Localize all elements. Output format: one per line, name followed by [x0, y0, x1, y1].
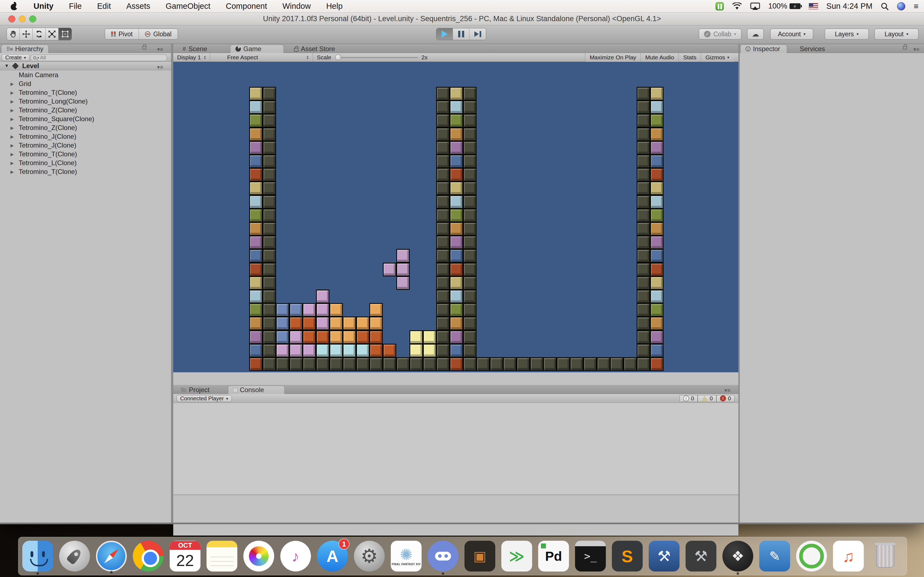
lock-icon[interactable] — [142, 46, 146, 50]
wifi-icon[interactable] — [732, 2, 742, 10]
hierarchy-search-input[interactable]: ▾ All — [30, 55, 167, 61]
stats-button[interactable]: Stats — [678, 53, 701, 62]
step-button[interactable] — [469, 28, 486, 40]
tab-project[interactable]: Project — [176, 385, 215, 394]
dock-icon-system-preferences[interactable]: ⚙ — [354, 541, 385, 572]
airplay-icon[interactable] — [750, 2, 760, 10]
expand-arrow-icon[interactable]: ▶ — [10, 169, 19, 174]
menu-gameobject[interactable]: GameObject — [166, 2, 210, 11]
console-log-list[interactable] — [173, 403, 738, 494]
lock-icon[interactable] — [903, 46, 907, 50]
hierarchy-item[interactable]: ▶Tetromino_L(Clone) — [0, 158, 171, 167]
layout-dropdown[interactable]: Layout▾ — [874, 29, 919, 40]
tab-inspector[interactable]: i Inspector — [740, 45, 787, 53]
zoom-window-button[interactable] — [29, 15, 36, 23]
error-count-toggle[interactable]: !0 — [716, 395, 735, 402]
move-tool-button[interactable] — [20, 28, 33, 40]
panel-splitter[interactable] — [738, 44, 740, 524]
hierarchy-item[interactable]: ▶Tetromino_Z(Clone) — [0, 106, 171, 114]
menu-help[interactable]: Help — [326, 2, 342, 11]
menu-component[interactable]: Component — [226, 2, 267, 11]
dock-icon-notes[interactable] — [207, 541, 237, 572]
expand-arrow-icon[interactable]: ▶ — [10, 90, 19, 95]
scene-row-level[interactable]: ▼ Level ▾≡ — [0, 62, 171, 70]
dock-icon-unity[interactable]: ❖ — [722, 541, 753, 572]
account-dropdown[interactable]: Account▾ — [770, 29, 813, 40]
dock-icon-photos[interactable] — [243, 541, 274, 572]
expand-arrow-icon[interactable]: ▶ — [10, 116, 19, 122]
dock-icon-green-ring-app[interactable] — [796, 541, 827, 572]
tab-hierarchy[interactable]: ⠿≡ Hierarchy — [1, 45, 48, 53]
dock-icon-puredata[interactable]: Pd — [538, 541, 569, 572]
siri-icon[interactable] — [897, 2, 905, 10]
dock-icon-xcode[interactable]: ⚒ — [649, 541, 680, 572]
expand-arrow-icon[interactable]: ▶ — [10, 125, 19, 131]
maximize-on-play-button[interactable]: Maximize On Play — [585, 53, 640, 62]
dock-icon-launchpad[interactable] — [59, 541, 90, 572]
menubar-app-icon[interactable] — [716, 2, 724, 10]
gizmos-dropdown[interactable]: Gizmos▾ — [701, 53, 734, 62]
hierarchy-item[interactable]: ▶Tetromino_T(Clone) — [0, 150, 171, 158]
dock-icon-sublime-text[interactable]: S — [612, 541, 643, 572]
menu-assets[interactable]: Assets — [126, 2, 150, 11]
expand-arrow-icon[interactable]: ▶ — [10, 81, 19, 87]
scale-slider-knob[interactable] — [335, 55, 341, 60]
hierarchy-item[interactable]: Main Camera — [0, 71, 171, 79]
battery-status[interactable]: 100% ⚡ — [768, 2, 801, 10]
menu-file[interactable]: File — [69, 2, 82, 11]
menubar-clock[interactable]: Sun 4:24 PM — [826, 2, 872, 11]
mute-audio-button[interactable]: Mute Audio — [640, 53, 678, 62]
play-button[interactable] — [436, 28, 453, 40]
scene-menu-icon[interactable]: ▾≡ — [157, 64, 163, 70]
dock-icon-terminal[interactable]: >_ — [575, 541, 606, 572]
pivot-toggle-button[interactable]: Pivot — [105, 29, 139, 39]
hierarchy-item[interactable]: ▶Tetromino_T(Clone) — [0, 167, 171, 176]
hierarchy-item[interactable]: ▶Tetromino_Long(Clone) — [0, 97, 171, 106]
create-button[interactable]: Create▾ — [2, 54, 30, 61]
layers-dropdown[interactable]: Layers▾ — [825, 29, 869, 40]
dock-icon-blue-app[interactable]: ✎ — [759, 541, 790, 572]
rect-tool-button[interactable] — [58, 28, 71, 40]
dock-icon-safari[interactable] — [96, 541, 127, 572]
dock-icon-calendar[interactable]: OCT22 — [170, 541, 200, 572]
panel-menu-icon[interactable]: ▾≡ — [913, 46, 919, 53]
hierarchy-item[interactable]: ▶Grid — [0, 79, 171, 88]
dock-icon-ffxiv[interactable]: ✺FINAL FANTASY XIV — [391, 541, 422, 572]
warning-count-toggle[interactable]: 0 — [698, 395, 716, 402]
tab-game[interactable]: Game — [230, 45, 284, 53]
panel-splitter[interactable] — [171, 44, 173, 524]
menu-edit[interactable]: Edit — [97, 2, 111, 11]
notification-center-icon[interactable]: ≡ — [914, 2, 918, 11]
dock-icon-discord[interactable] — [428, 541, 459, 572]
rotate-tool-button[interactable] — [33, 28, 46, 40]
dock-icon-music-app[interactable]: ♫ — [833, 541, 864, 572]
panel-menu-icon[interactable]: ▾≡ — [157, 46, 163, 53]
close-window-button[interactable] — [8, 15, 15, 23]
scale-slider[interactable] — [335, 57, 418, 58]
input-language-flag-icon[interactable] — [809, 3, 818, 9]
aspect-dropdown[interactable]: Free Aspect ▲▼ — [223, 53, 313, 62]
hierarchy-item[interactable]: ▶Tetromino_J(Clone) — [0, 132, 171, 141]
dock-icon-app-store[interactable]: A1 — [317, 541, 348, 572]
minimize-window-button[interactable] — [19, 15, 26, 23]
pause-button[interactable] — [453, 28, 469, 40]
dock-icon-itunes[interactable]: ♪ — [280, 541, 311, 572]
collapse-arrow-icon[interactable]: ▼ — [5, 63, 9, 69]
scale-tool-button[interactable] — [46, 28, 58, 40]
hierarchy-item[interactable]: ▶Tetromino_J(Clone) — [0, 141, 171, 150]
dock-icon-green-arrows-app[interactable]: ≫ — [501, 541, 532, 572]
tab-services[interactable]: Services — [795, 45, 830, 53]
menu-unity[interactable]: Unity — [34, 2, 53, 11]
display-dropdown[interactable]: Display 1 ▲▼ — [173, 53, 210, 62]
tab-scene[interactable]: # Scene — [178, 45, 212, 53]
game-viewport[interactable] — [173, 62, 738, 372]
expand-arrow-icon[interactable]: ▶ — [10, 143, 19, 148]
hand-tool-button[interactable] — [7, 28, 20, 40]
expand-arrow-icon[interactable]: ▶ — [10, 99, 19, 104]
hierarchy-item[interactable]: ▶Tetromino_Square(Clone) — [0, 114, 171, 123]
dock-icon-cube-app[interactable]: ▣ — [464, 541, 495, 572]
tab-console[interactable]: Console — [228, 385, 284, 394]
hierarchy-item[interactable]: ▶Tetromino_Z(Clone) — [0, 123, 171, 132]
spotlight-icon[interactable] — [880, 2, 889, 10]
dock-icon-trash[interactable] — [870, 541, 901, 572]
